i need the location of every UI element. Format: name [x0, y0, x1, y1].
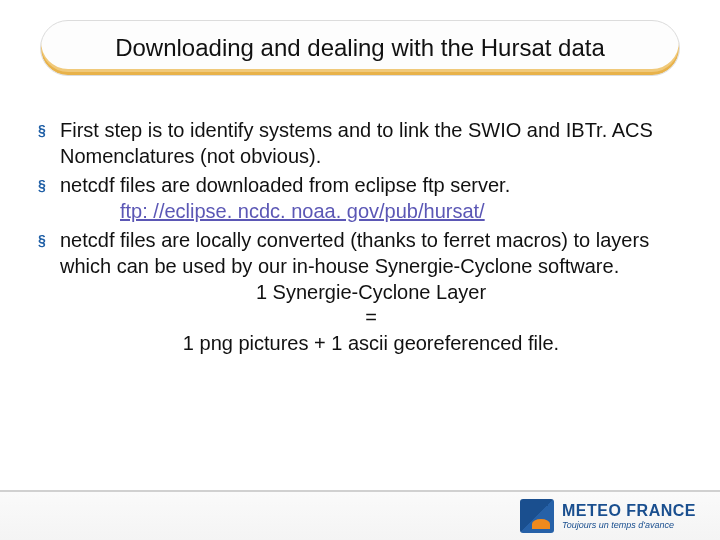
- slide-body: § First step is to identify systems and …: [38, 118, 682, 360]
- center-line: 1 Synergie-Cyclone Layer: [60, 280, 682, 306]
- title-bar: Downloading and dealing with the Hursat …: [40, 20, 680, 76]
- logo-tagline: Toujours un temps d'avance: [562, 521, 696, 530]
- slide-title: Downloading and dealing with the Hursat …: [115, 34, 605, 62]
- bullet-text: netcdf files are downloaded from eclipse…: [60, 173, 682, 224]
- ftp-link[interactable]: ftp: //eclipse. ncdc. noaa. gov/pub/hurs…: [120, 199, 485, 225]
- bullet-item: § netcdf files are downloaded from eclip…: [38, 173, 682, 224]
- footer: METEO FRANCE Toujours un temps d'avance: [0, 490, 720, 540]
- center-line: 1 png pictures + 1 ascii georeferenced f…: [60, 331, 682, 357]
- bullet-marker-icon: §: [38, 173, 60, 224]
- bullet-marker-icon: §: [38, 228, 60, 356]
- meteo-france-logo: METEO FRANCE Toujours un temps d'avance: [520, 499, 696, 533]
- bullet-item: § First step is to identify systems and …: [38, 118, 682, 169]
- bullet-marker-icon: §: [38, 118, 60, 169]
- bullet-item: § netcdf files are locally converted (th…: [38, 228, 682, 356]
- center-line: =: [60, 305, 682, 331]
- logo-text-block: METEO FRANCE Toujours un temps d'avance: [562, 503, 696, 530]
- logo-brand: METEO FRANCE: [562, 503, 696, 519]
- bullet-text: netcdf files are locally converted (than…: [60, 228, 682, 356]
- slide: Downloading and dealing with the Hursat …: [0, 0, 720, 540]
- bullet-text: First step is to identify systems and to…: [60, 118, 682, 169]
- bullet-text-span: netcdf files are downloaded from eclipse…: [60, 174, 510, 196]
- bullet-text-span: netcdf files are locally converted (than…: [60, 229, 649, 277]
- logo-icon: [520, 499, 554, 533]
